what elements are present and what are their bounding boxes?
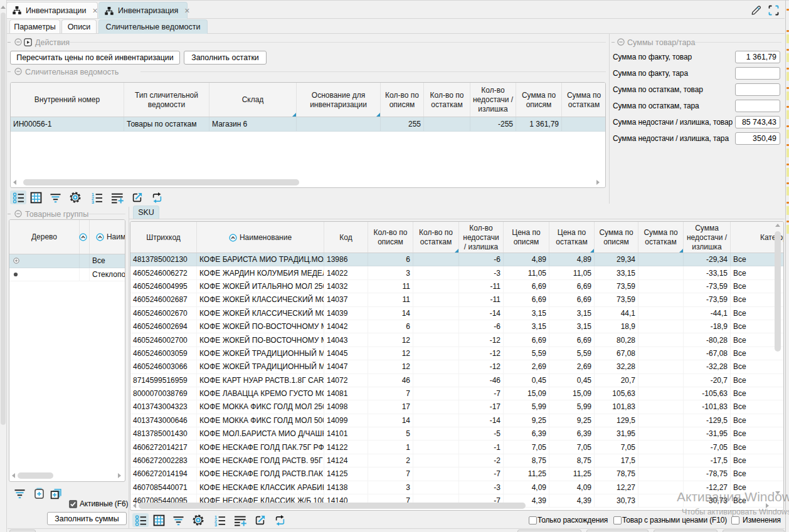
- cut-button[interactable]: [723, 529, 785, 532]
- gear-icon[interactable]: [67, 190, 83, 204]
- column-header[interactable]: Кол-во недостачи / излишка: [459, 222, 504, 253]
- table-row[interactable]: 4813785001430КОФЕ МОЛ.БАРИСТА МИО Д/ЧАШК…: [130, 427, 783, 441]
- add-box-icon[interactable]: [31, 486, 47, 500]
- column-header[interactable]: Кол-во по описям: [381, 83, 424, 117]
- column-header[interactable]: Сумма недостачи / излишка: [684, 222, 731, 253]
- table-row[interactable]: 8714599516959КОФЕ КАРТ НУАР РАСТВ.1.8Г C…: [130, 374, 783, 387]
- export-icon[interactable]: [129, 190, 146, 204]
- scroll-left-icon[interactable]: [133, 503, 136, 508]
- collapse-icon[interactable]: [14, 38, 22, 46]
- sum-field-value[interactable]: 85 743,43: [735, 116, 780, 128]
- table-row[interactable]: 4013743004323КОФЕ МОККА ФИКС ГОЛД МОЛ 25…: [130, 400, 783, 414]
- filter-checkbox[interactable]: [731, 516, 739, 524]
- add-list-icon[interactable]: [109, 190, 125, 204]
- sum-field-value[interactable]: 350,49: [735, 132, 780, 145]
- column-header[interactable]: Код: [324, 222, 368, 253]
- tree-hscroll-thumb[interactable]: [18, 472, 53, 479]
- column-header[interactable]: Кол-во по остаткам: [413, 222, 459, 253]
- fill-sums-button[interactable]: Заполнить суммы: [47, 512, 127, 525]
- column-header[interactable]: Наименование: [197, 222, 324, 253]
- sku-hscroll-thumb[interactable]: [139, 503, 526, 509]
- cut-button[interactable]: [517, 529, 581, 532]
- active-f6-checkbox[interactable]: [69, 500, 77, 508]
- column-header[interactable]: Наименование: [90, 220, 125, 254]
- collapse-icon[interactable]: [617, 38, 625, 46]
- table-row[interactable]: ИН00056-1Товары по остаткамМагазин 6255-…: [11, 117, 605, 132]
- column-header[interactable]: Кол-во недостачи / излишка: [470, 83, 516, 117]
- table-row[interactable]: 4605246002700КОФЕ ЖОКЕЙ ПО-ВОСТОЧНОМУ МО…: [130, 333, 783, 347]
- dot-icon[interactable]: [13, 272, 18, 277]
- table-row[interactable]: 4606272014217КОФЕ НЕСКАФЕ ГОЛД ПАК.75Г Р…: [130, 441, 783, 454]
- column-header[interactable]: Штрихкод: [130, 222, 197, 253]
- close-icon[interactable]: ×: [184, 8, 189, 14]
- scroll-left-icon[interactable]: [12, 473, 15, 478]
- tree-panel-divider[interactable]: [129, 207, 129, 528]
- cut-button[interactable]: [9, 529, 36, 532]
- column-header[interactable]: Кол-во по описям: [368, 222, 413, 253]
- tab-sku[interactable]: SKU: [133, 206, 159, 219]
- column-header[interactable]: Сумма по описям: [516, 83, 562, 117]
- sums-panel-divider[interactable]: [609, 34, 610, 204]
- refresh-icon[interactable]: [149, 190, 165, 204]
- scroll-up-icon[interactable]: [775, 224, 780, 227]
- sku-vscroll-thumb[interactable]: [775, 231, 781, 352]
- column-header[interactable]: Дерево: [9, 220, 80, 254]
- table-row[interactable]: 4813785002130КОФЕ БАРИСТА МИО ТРАДИЦ.МОЛ…: [130, 253, 783, 266]
- tab-parameters[interactable]: Параметры: [9, 19, 60, 33]
- sum-field-value[interactable]: 1 361,79: [735, 51, 780, 63]
- export-icon[interactable]: [252, 513, 268, 527]
- grid-view-icon[interactable]: [28, 190, 45, 204]
- pencil-icon[interactable]: [750, 4, 762, 16]
- collapse-icon[interactable]: [14, 210, 22, 217]
- slich-hscroll-thumb[interactable]: [23, 179, 299, 185]
- table-row[interactable]: 4605246002694КОФЕ ЖОКЕЙ ПО-ВОСТОЧНОМУ МО…: [130, 320, 783, 333]
- play-icon[interactable]: [24, 38, 32, 46]
- left-scrollbar[interactable]: [0, 0, 6, 532]
- table-row[interactable]: 4605246002670КОФЕ ЖОКЕЙ КЛАССИЧЕСКИЙ МОЛ…: [130, 307, 783, 320]
- sum-field-value[interactable]: [735, 100, 780, 112]
- table-row[interactable]: 4013743000646КОФЕ МОККА ФИКС ГОЛД МОЛ 50…: [130, 414, 783, 427]
- table-row[interactable]: 4606272002283КОФЕ НЕСКАФЕ ГОЛД РАСТВ. 95…: [130, 454, 783, 467]
- column-header[interactable]: Цена по описям: [504, 222, 549, 253]
- list-view-icon[interactable]: [10, 190, 26, 204]
- table-row[interactable]: 4605246006272КОФЕ ЖАРДИН КОЛУМБИЯ МЕДЕЛЬ…: [130, 266, 783, 279]
- column-header[interactable]: Кол-во по остаткам: [424, 83, 470, 117]
- filter-checkbox[interactable]: [613, 516, 622, 524]
- close-icon[interactable]: ×: [93, 8, 98, 14]
- refresh-icon[interactable]: [272, 513, 288, 527]
- table-row[interactable]: Все: [9, 254, 125, 268]
- tab-opisi[interactable]: Описи: [61, 19, 97, 33]
- cut-button[interactable]: [654, 529, 718, 532]
- column-header[interactable]: [80, 220, 90, 254]
- tab-slich-vedomosti[interactable]: Сличительные ведомости: [98, 19, 208, 34]
- scroll-left-icon[interactable]: [13, 180, 16, 185]
- sum-field-value[interactable]: [735, 67, 780, 80]
- sum-field-value[interactable]: [735, 83, 780, 96]
- column-header[interactable]: Цена по остаткам: [549, 222, 595, 253]
- column-header[interactable]: Основание для инвентаризации: [297, 83, 381, 117]
- numbered-list-icon[interactable]: 123: [88, 190, 105, 204]
- table-row[interactable]: 4605246003066КОФЕ ЖОКЕЙ ТРАДИЦИОННЫЙ МОЛ…: [130, 360, 783, 373]
- filter-icon[interactable]: [170, 513, 186, 527]
- circle-plus-icon[interactable]: [13, 258, 19, 264]
- gear-icon[interactable]: [190, 513, 206, 527]
- column-header[interactable]: Сумма по остаткам: [638, 222, 684, 253]
- window-tab-inventories[interactable]: Инвентаризации ×: [6, 2, 98, 18]
- column-header[interactable]: Тип сличительной ведомости: [124, 83, 209, 117]
- window-tab-inventory[interactable]: Инвентаризация ×: [98, 2, 188, 19]
- scroll-right-icon[interactable]: [596, 180, 600, 185]
- add-stack-icon[interactable]: [48, 486, 64, 500]
- scroll-up-icon[interactable]: [1, 6, 6, 9]
- table-row[interactable]: 4605246002687КОФЕ ЖОКЕЙ КЛАССИЧЕСКИЙ МОЛ…: [130, 293, 783, 306]
- table-row[interactable]: 8000070038769КОФЕ ЛАВАЦЦА КРЕМО ГУСТО МО…: [130, 387, 783, 400]
- scroll-right-icon[interactable]: [118, 473, 121, 478]
- table-row[interactable]: 4605246003059КОФЕ ЖОКЕЙ ТРАДИЦИОННЫЙ МОЛ…: [130, 347, 783, 360]
- fill-rest-button[interactable]: Заполнить остатки: [184, 51, 267, 65]
- column-header[interactable]: Внутренний номер: [11, 83, 124, 117]
- column-header[interactable]: Склад: [209, 83, 297, 117]
- table-row[interactable]: 4605246004995КОФЕ ЖОКЕЙ ИТАЛЬЯНО МОЛ 250…: [130, 280, 783, 293]
- recalc-prices-button[interactable]: Пересчитать цены по всей инвентаризации: [10, 51, 180, 65]
- filter-icon[interactable]: [11, 486, 28, 500]
- cut-button[interactable]: [586, 529, 649, 532]
- collapse-icon[interactable]: [14, 68, 22, 75]
